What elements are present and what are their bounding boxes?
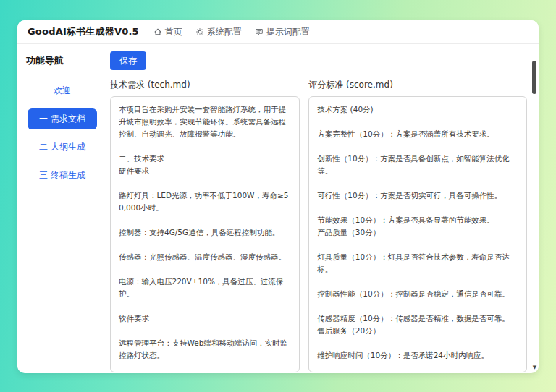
nav-item-system-config[interactable]: 系统配置 (195, 26, 242, 38)
app-body: 功能导航 欢迎 一 需求文档 二 大纲生成 三 终稿生成 保存 技术需求 (te… (17, 44, 539, 373)
top-nav: 首页 系统配置 提示词配置 (153, 26, 310, 38)
nav-item-prompt-config[interactable]: 提示词配置 (255, 26, 310, 38)
nav-item-label: 提示词配置 (266, 26, 310, 38)
main-content: 保存 技术需求 (tech.md) 本项目旨在采购并安装一套智能路灯系统，用于提… (103, 44, 539, 373)
editor-columns: 技术需求 (tech.md) 本项目旨在采购并安装一套智能路灯系统，用于提升城市… (110, 79, 527, 372)
tech-editor-title: 技术需求 (tech.md) (110, 79, 300, 91)
app-title: GoodAI标书生成器V0.5 (28, 25, 139, 38)
tech-column: 技术需求 (tech.md) 本项目旨在采购并安装一套智能路灯系统，用于提升城市… (110, 79, 300, 372)
sidebar: 功能导航 欢迎 一 需求文档 二 大纲生成 三 终稿生成 (17, 44, 103, 373)
tech-editor[interactable]: 本项目旨在采购并安装一套智能路灯系统，用于提升城市照明效率，实现节能环保。系统需… (110, 96, 300, 372)
home-icon (153, 27, 162, 36)
nav-item-label: 首页 (165, 26, 182, 38)
sidebar-item-requirements[interactable]: 一 需求文档 (28, 108, 97, 129)
vertical-scrollbar[interactable]: ▼ (531, 45, 538, 372)
score-editor[interactable]: 技术方案 (40分) 方案完整性（10分）：方案是否涵盖所有技术要求。 创新性（… (308, 96, 527, 372)
gear-icon (195, 27, 204, 36)
app-window: GoodAI标书生成器V0.5 首页 系统配置 提示词配置 (17, 20, 539, 373)
sidebar-title: 功能导航 (26, 54, 98, 67)
comment-icon (255, 27, 264, 36)
scrollbar-thumb[interactable] (532, 61, 536, 94)
nav-item-label: 系统配置 (207, 26, 242, 38)
sidebar-item-outline[interactable]: 二 大纲生成 (28, 137, 97, 158)
app-header: GoodAI标书生成器V0.5 首页 系统配置 提示词配置 (17, 20, 539, 44)
sidebar-item-welcome[interactable]: 欢迎 (28, 80, 97, 101)
score-column: 评分标准 (score.md) 技术方案 (40分) 方案完整性（10分）：方案… (308, 79, 527, 372)
sidebar-item-final-draft[interactable]: 三 终稿生成 (28, 165, 97, 186)
nav-item-home[interactable]: 首页 (153, 26, 182, 38)
scrollbar-down-arrow[interactable]: ▼ (531, 365, 538, 370)
save-button[interactable]: 保存 (110, 51, 146, 70)
score-editor-title: 评分标准 (score.md) (308, 79, 527, 91)
